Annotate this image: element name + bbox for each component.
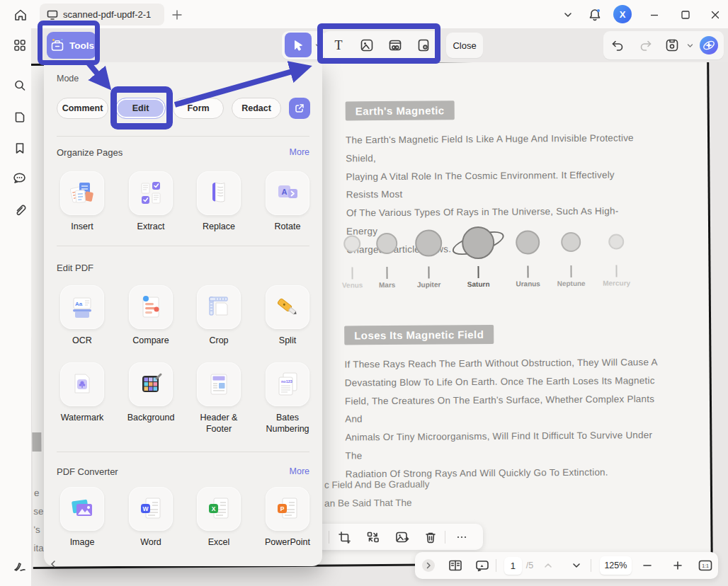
signature-icon[interactable] (10, 556, 30, 576)
bookmarks-icon[interactable] (10, 138, 30, 158)
share-button[interactable] (289, 98, 310, 119)
tool-split[interactable] (266, 285, 309, 329)
planet-jupiter (415, 229, 442, 256)
tool-label-compare[interactable]: Compare (118, 335, 183, 346)
minimize-button[interactable] (644, 5, 664, 25)
more-options-icon[interactable] (445, 529, 478, 545)
tool-word[interactable]: W (129, 487, 173, 531)
save-chevron-down-icon[interactable] (684, 42, 695, 50)
tool-ocr[interactable]: Aa (60, 285, 104, 329)
tool-label-replace[interactable]: Replace (186, 221, 251, 232)
ai-assistant-button[interactable] (695, 35, 722, 56)
close-edit-button[interactable]: Close (446, 33, 483, 58)
zoom-level[interactable]: 125% (600, 556, 632, 575)
add-text-tool[interactable]: T (324, 33, 353, 58)
add-image-tool[interactable] (353, 33, 381, 58)
tool-label-powerpoint[interactable]: PowerPoint (255, 536, 320, 548)
planet-mercury (608, 234, 624, 249)
tool-crop[interactable] (197, 285, 241, 329)
undo-icon[interactable] (603, 33, 632, 58)
tool-label-excel[interactable]: Excel (186, 536, 251, 548)
planet-venus (343, 235, 360, 252)
edit-tools-group: T (323, 31, 440, 59)
tool-label-crop[interactable]: Crop (186, 335, 251, 346)
add-watermark-tool[interactable] (409, 33, 438, 58)
divider (496, 559, 496, 572)
reader-view-icon[interactable] (441, 558, 469, 573)
attachments-icon[interactable] (10, 200, 30, 219)
close-window-button[interactable] (705, 5, 725, 25)
tool-bates-numbering[interactable]: no123 (266, 362, 309, 406)
maximize-button[interactable] (676, 5, 695, 25)
page-thumbnails-icon[interactable] (10, 107, 30, 127)
tool-label-split[interactable]: Split (255, 335, 320, 346)
page-number-input[interactable]: 1 (504, 557, 522, 575)
tool-extract[interactable] (129, 171, 173, 215)
planet-label-saturn: Saturn (467, 280, 490, 288)
titlebar-chevron-down-icon[interactable] (558, 5, 578, 25)
tool-replace[interactable] (197, 171, 241, 215)
apps-grid-icon[interactable] (10, 35, 30, 55)
notifications-bell-icon[interactable] (585, 5, 605, 25)
tool-label-image[interactable]: Image (50, 536, 115, 548)
doc-edge-fragment: ita (34, 543, 44, 553)
mode-button-edit[interactable]: Edit (115, 98, 166, 119)
pointer-chevron-down-icon[interactable] (313, 39, 323, 52)
delete-icon[interactable] (416, 529, 445, 545)
pointer-tool-button[interactable] (285, 33, 312, 57)
doc-edge-fragment: se (33, 506, 43, 517)
doc-badge-fragment (32, 432, 41, 452)
replace-image-icon[interactable] (387, 529, 416, 545)
redo-icon[interactable] (632, 33, 660, 58)
tool-label-insert[interactable]: Insert (50, 221, 115, 232)
pdf-converter-more-link[interactable]: More (290, 466, 309, 476)
tool-background[interactable] (129, 362, 173, 406)
home-button[interactable] (11, 5, 30, 25)
tool-header-footer[interactable] (197, 362, 241, 406)
tool-label-ocr[interactable]: OCR (50, 335, 115, 346)
mode-button-comment[interactable]: Comment (57, 98, 108, 119)
tool-label-watermark[interactable]: Watermark (50, 412, 115, 423)
next-page-icon[interactable] (562, 560, 590, 571)
previous-page-icon[interactable] (533, 560, 562, 571)
mode-button-form[interactable]: Form (173, 98, 224, 119)
save-icon[interactable] (660, 33, 684, 58)
tool-image[interactable] (60, 487, 104, 531)
doc-cut-line-1: c Field And Be Gradually (324, 479, 430, 490)
organize-pages-more-link[interactable]: More (290, 147, 309, 157)
mode-button-redact[interactable]: Redact (232, 98, 281, 119)
collapse-chevron-icon[interactable] (48, 559, 58, 569)
zoom-in-icon[interactable] (662, 559, 693, 572)
tools-button[interactable]: Tools (47, 32, 96, 59)
divider (57, 452, 309, 452)
crop-icon[interactable] (329, 529, 358, 545)
add-link-tool[interactable] (381, 33, 409, 58)
tool-watermark[interactable] (60, 362, 104, 406)
tool-insert[interactable] (60, 171, 104, 215)
tool-powerpoint[interactable]: P (266, 487, 309, 531)
transform-icon[interactable] (358, 529, 387, 545)
tool-label-header-footer[interactable]: Header & Footer (186, 412, 251, 435)
new-tab-button[interactable] (167, 5, 187, 25)
tool-excel[interactable]: X (197, 487, 241, 531)
presentation-icon[interactable] (470, 558, 496, 573)
tool-rotate[interactable]: A (266, 171, 309, 215)
avatar[interactable]: X (613, 5, 632, 23)
document-tab[interactable]: scanned-pdf-updf-2-1 (40, 4, 164, 25)
tool-label-extract[interactable]: Extract (118, 221, 183, 232)
tool-label-bates-numbering[interactable]: Bates Numbering (255, 412, 320, 435)
tool-label-background[interactable]: Background (118, 412, 183, 423)
comments-icon[interactable] (10, 168, 30, 188)
toolbar: Tools T Close (31, 28, 728, 62)
tool-label-rotate[interactable]: Rotate (255, 221, 320, 232)
actual-size-icon[interactable]: 1:1 (693, 558, 718, 573)
search-icon[interactable] (10, 76, 30, 96)
mode-buttons: CommentEditFormRedact (44, 98, 322, 119)
expand-panel-icon[interactable] (415, 557, 441, 574)
zoom-out-icon[interactable] (632, 559, 662, 572)
tool-compare[interactable] (129, 285, 173, 329)
section-title-pdf-converter: PDF Converter (57, 466, 118, 477)
doc-heading-2: Loses Its Magnetic Field (344, 325, 494, 345)
tool-label-word[interactable]: Word (118, 536, 183, 548)
planet-tick (428, 267, 429, 279)
